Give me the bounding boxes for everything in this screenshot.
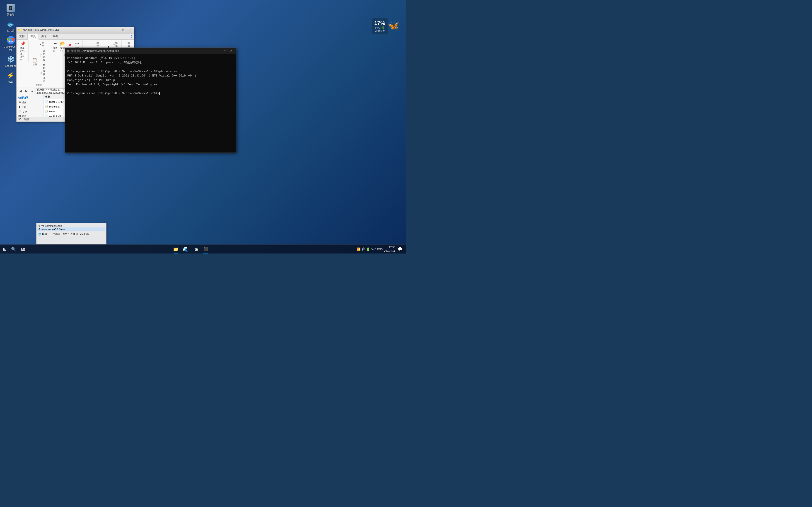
sidebar-item-doc1[interactable]: 📄 文档 <box>16 110 44 114</box>
cmd-window: 🖥 管理员: C:\Windows\System32\cmd.exe ─ □ ✕… <box>65 48 236 153</box>
titlebar-controls: ─ □ ✕ <box>114 28 133 33</box>
ribbon-tab-share[interactable]: 共享 <box>39 34 50 39</box>
sidebar-item-desktop1[interactable]: 🖥 桌面 <box>16 100 44 105</box>
list-item[interactable]: ⚙ vs_community.exe <box>37 224 105 227</box>
cpu-label: CPU温度 <box>374 29 385 33</box>
cmd-line-6: Copyright (c) The PHP Group <box>67 78 234 82</box>
cmd-line-1: Microsoft Windows [版本 10.0.17763.107] <box>67 56 234 60</box>
cmd-line-2: (c) 2018 Microsoft Corporation。保留所有权利。 <box>67 60 234 65</box>
minimize-button[interactable]: ─ <box>114 28 120 33</box>
move-to-btn[interactable]: ➡ 移动到 <box>52 41 59 53</box>
blue-bird-icon: 🦋 <box>388 20 399 31</box>
up-button[interactable]: ▲ <box>30 89 35 94</box>
taskbar-apps: 📁 🌊 🛍 ⬛ <box>171 245 211 253</box>
taskbar-app-store[interactable]: 🛍 <box>191 245 201 254</box>
sidebar-item-pic1[interactable]: 🖼 图片 <box>16 114 44 117</box>
desktop-icon-recycle-bin[interactable]: 🗑 回收站 <box>2 2 19 17</box>
cmd-titlebar-controls: ─ □ ✕ <box>216 49 234 53</box>
paste-btn[interactable]: 📋 粘贴 <box>31 57 38 67</box>
sidebar: 快速访问 🖥 桌面 ⬇ 下载 📄 文档 🖼 图片 📁 FtpServer 此电脑… <box>16 94 44 117</box>
clock-date: 2021/4/11 <box>384 249 395 252</box>
folder-icon: 📁 <box>18 29 21 32</box>
forward-button[interactable]: ▶ <box>24 89 29 94</box>
fish-icon: 🐟 <box>6 19 15 29</box>
ribbon-tab-file[interactable]: 文件 <box>16 34 28 39</box>
cut-btn[interactable]: ✂剪切 <box>39 41 47 48</box>
desktop: 🗑 回收站 🐟 鱼大师 Google Chrome <box>0 0 406 253</box>
second-size: 25.3 MB <box>80 232 90 236</box>
back-button[interactable]: ◀ <box>18 89 23 94</box>
taskbar-clock[interactable]: 17:53 2021/4/11 <box>384 245 395 252</box>
titlebar-left: 📁 php-8.0.3-nts-Win32-vs16-x64 <box>18 29 59 32</box>
cmd-icon: 🖥 <box>67 49 69 53</box>
taskbar-app-explorer[interactable]: 📁 <box>171 245 181 254</box>
paste-shortcut-btn[interactable]: 📎粘贴快捷方式 <box>39 63 47 83</box>
second-explorer-window: ⚙ vs_community.exe ⚙ wampserver3.2.3.exe… <box>36 223 106 244</box>
svg-rect-6 <box>23 247 25 249</box>
express-label: 迅雷 <box>8 80 13 83</box>
vs-community-label: vs_community.exe <box>42 225 62 227</box>
copy-path-btn[interactable]: 📋复制路径 <box>39 48 47 62</box>
temp-display: 34°C <box>371 248 376 250</box>
vs-community-icon: ⚙ <box>38 224 41 227</box>
ribbon-tab-home[interactable]: 主页 <box>28 34 39 40</box>
second-explorer-content: ⚙ vs_community.exe ⚙ wampserver3.2.3.exe <box>37 223 106 232</box>
second-file-count: 18 个项目 <box>49 232 60 236</box>
cpu-temp: 34°C 🌿 <box>374 26 385 29</box>
taskbar-store-icon: 🛍 <box>194 246 198 252</box>
wamp-icon: ⚙ <box>38 228 41 231</box>
close-button[interactable]: ✕ <box>126 28 133 33</box>
systray: 📶 🔊 🔋 34°C ENG <box>357 247 383 251</box>
taskbar: ⊞ 🔍 📁 🌊 🛍 ⬛ <box>0 244 406 253</box>
taskbar-edge-icon: 🌊 <box>183 246 189 252</box>
cmd-title-text: 管理员: C:\Windows\System32\cmd.exe <box>71 49 119 53</box>
lang-indicator[interactable]: ENG <box>377 248 383 250</box>
search-button[interactable]: 🔍 <box>9 245 18 254</box>
recycle-bin-icon: 🗑 <box>6 3 15 12</box>
speedfan-label: SpeedFan <box>5 64 16 67</box>
taskbar-app-cmd[interactable]: ⬛ <box>201 245 211 254</box>
file-explorer-titlebar: 📁 php-8.0.3-nts-Win32-vs16-x64 ─ □ ✕ <box>16 27 134 34</box>
second-selected: 选中 1 个项目 <box>62 232 78 236</box>
speedfan-icon: ❄️ <box>6 55 15 64</box>
ribbon-group-clipboard: 📋 粘贴 ✂剪切 📋复制路径 📎粘贴快捷方式 <box>30 41 49 87</box>
taskbar-left: ⊞ 🔍 <box>0 245 27 253</box>
cmd-minimize-button[interactable]: ─ <box>216 49 221 53</box>
notification-button[interactable]: 💬 <box>397 247 404 251</box>
volume-icon[interactable]: 🔊 <box>361 247 365 251</box>
cmd-line-5: PHP 8.0.3 (cli) (built: Mar 2 2021 23:33… <box>67 73 234 78</box>
second-count: 🌐 网络 <box>38 232 47 236</box>
sidebar-section-quick: 快速访问 <box>16 95 44 100</box>
window-title: php-8.0.3-nts-Win32-vs16-x64 <box>23 29 59 32</box>
svg-point-4 <box>10 39 12 41</box>
fish-label: 鱼大师 <box>7 29 14 32</box>
pin-button[interactable]: 📌 固定到快速 速访问 <box>19 41 27 62</box>
cmd-line-4: C:\Program Files (x86)\php-8.0.3-nts-Win… <box>67 69 234 74</box>
file-count: 36 个项目 <box>18 118 29 121</box>
express-icon: ⚡ <box>6 71 15 80</box>
wamp-label: wampserver3.2.3.exe <box>42 228 65 231</box>
cmd-content[interactable]: Microsoft Windows [版本 10.0.17763.107] (c… <box>65 54 236 153</box>
cmd-close-button[interactable]: ✕ <box>229 49 234 53</box>
recycle-bin-label: 回收站 <box>7 13 14 16</box>
ribbon-tab-view[interactable]: 查看 <box>50 34 61 39</box>
cmd-prompt: C:\Program Files (x86)\php-8.0.3-nts-Win… <box>67 91 234 96</box>
chrome-icon <box>6 36 15 45</box>
taskbar-right: 📶 🔊 🔋 34°C ENG 17:53 2021/4/11 💬 <box>354 245 406 253</box>
network-icon[interactable]: 📶 <box>357 247 360 251</box>
second-explorer-status: 🌐 网络 18 个项目 选中 1 个项目 25.3 MB <box>37 232 106 236</box>
list-item-selected[interactable]: ⚙ wampserver3.2.3.exe <box>37 227 105 231</box>
ribbon-help-icon[interactable]: ? <box>131 35 133 38</box>
cmd-maximize-button[interactable]: □ <box>222 49 228 53</box>
edit-btn[interactable]: ✏编辑 <box>112 41 120 48</box>
pin-buttons: 📌 固定到快速 速访问 <box>19 41 27 62</box>
task-view-button[interactable] <box>18 245 27 254</box>
svg-rect-7 <box>20 249 23 251</box>
taskbar-explorer-icon: 📁 <box>173 246 179 252</box>
sidebar-item-download1[interactable]: ⬇ 下载 <box>16 105 44 110</box>
start-button[interactable]: ⊞ <box>0 245 9 254</box>
maximize-button[interactable]: □ <box>120 28 126 33</box>
taskbar-app-edge[interactable]: 🌊 <box>181 245 191 254</box>
cmd-line-8 <box>67 87 234 92</box>
battery-icon[interactable]: 🔋 <box>366 247 370 251</box>
